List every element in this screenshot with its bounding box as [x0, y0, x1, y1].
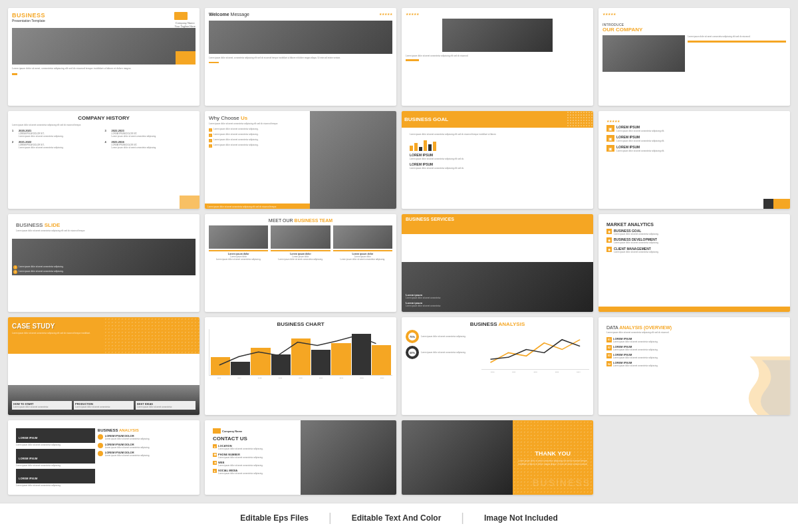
slide-7-header: BUSINESS GOAL [402, 111, 593, 128]
slide-11-header: BUSINESS SERVICES [402, 214, 593, 234]
slide-7[interactable]: BUSINESS GOAL Lorem ipsum dolor sit amet… [402, 111, 593, 209]
hist-content-4: 2023-2024 LOREM IPSUM DOLOR SIT- Lorem i… [112, 140, 157, 149]
slide-15-left: 75% Lorem ipsum dolor sit amet consectet… [406, 330, 479, 373]
phone-icon: ☎ [213, 453, 217, 456]
slide-6[interactable]: Why Choose Us Lorem ipsum dolor sit amet… [205, 111, 396, 209]
slide-6-highlight: Us [241, 115, 247, 121]
da-item-3: 03 LOREM IPSUM Lorem ipsum dolor sit ame… [606, 353, 709, 359]
slide-6-check-1: ✓ Lorem ipsum dolor sit amet consectetur… [209, 128, 305, 132]
slide-9-circle-2: 2 [13, 270, 17, 274]
slide-16[interactable]: DATA ANALYSIS (OVERVIEW) Lorem ipsum dol… [598, 317, 790, 415]
hist-num-1: 1 [12, 129, 17, 132]
slide-5[interactable]: COMPANY HISTORY Lorem ipsum dolor sit am… [8, 111, 200, 209]
member-1-bar [209, 250, 268, 251]
footer: Editable Eps Files | Editable Text And C… [0, 503, 798, 532]
slide-8-icon-sym-3: ▣ [608, 146, 612, 151]
slide-9-num-2: 2 Lorem ipsum dolor sit amet consectetur… [13, 270, 194, 274]
slide-12[interactable]: MARKET ANALYTICS ◉ BUSINESS GOAL Lorem i… [598, 214, 790, 312]
contact-item-2: ☎ PHONE NUMBER Lorem ipsum dolor sit ame… [213, 453, 301, 459]
slide-11[interactable]: BUSINESS SERVICES Lorem ipsum Lorem ipsu… [402, 214, 593, 312]
line-label-3: 2022 [533, 371, 537, 373]
slide-7-section-text-1: Lorem ipsum dolor sit amet consectetur a… [410, 158, 585, 160]
step-text-1: Lorem ipsum dolor sit amet consectetur. [13, 406, 70, 408]
slide-14-chart [209, 329, 392, 376]
slide-4-image [602, 35, 685, 72]
hist-num-4: 4 [105, 140, 110, 144]
slide-13-steps: HOW TO START Lorem ipsum dolor sit amet … [12, 401, 196, 410]
bar-3 [419, 147, 422, 151]
da-num-3: 03 [606, 353, 612, 358]
contact-icon-1: ▲ [213, 444, 217, 448]
slide-15[interactable]: BUSINESS ANALYSIS 75% Lorem ipsum dolor … [402, 317, 593, 415]
slide-10[interactable]: MEET OUR BUSINESS TEAM Lorem ipsum dolor… [205, 214, 396, 312]
bar-4 [424, 140, 427, 151]
slide-8-item-2: ▣ LOREM IPSUM Lorem ipsum dolor sit amet… [606, 135, 782, 142]
step-text-3: Lorem ipsum dolor sit amet consectetur. [137, 406, 194, 408]
slide-12-yellow-bottom [598, 307, 790, 312]
slide-10-members: Lorem ipsum dolor Lorem ipsum dolor Lore… [209, 225, 392, 261]
slide-18[interactable]: Company Name CONTACT US ▲ LOCATION Lorem… [205, 420, 396, 495]
slide-6-bottom-text: Lorem ipsum dolor sit amet consectetur a… [207, 205, 277, 208]
ba2-row-header-3: LOREM IPSUM [16, 469, 95, 483]
bar-2 [414, 143, 418, 151]
da-item-text-3: Lorem ipsum dolor sit amet consectetur a… [613, 356, 658, 359]
slide-9-title: BUSINESS SLIDE [16, 222, 192, 228]
location-icon: ▲ [213, 445, 216, 448]
slide-7-chart [410, 138, 585, 151]
slide-14[interactable]: BUSINESS CHART 2016 [205, 317, 396, 415]
bar-1 [410, 146, 413, 151]
slide-3-accent [406, 59, 419, 61]
slide-7-section-text-2: Lorem ipsum dolor sit amet consectetur a… [410, 167, 585, 170]
slide-7-section-title-2: LOREM IPSUM [410, 162, 585, 166]
hist-item-2: 3 2022-2023 LOREM IPSUM DOLOR SIT- Lorem… [105, 129, 196, 138]
slide-12-items: ◉ BUSINESS GOAL Lorem ipsum dolor sit am… [606, 229, 782, 253]
hist-num-3: 2 [12, 140, 17, 144]
check-text-1: Lorem ipsum dolor sit amet consectetur a… [213, 128, 259, 130]
slide-5-yellow [180, 196, 200, 209]
ba2-icon-text-3: Lorem ipsum dolor sit amet consectetur a… [105, 454, 150, 457]
hist-item-3: 2 2021-2022 LOREM IPSUM DOLOR SIT- Lorem… [12, 140, 103, 149]
slide-9[interactable]: BUSINESS SLIDE Lorem ipsum dolor sit ame… [8, 214, 200, 312]
slide-3-stars: ★★★★★ [406, 12, 589, 16]
slide-8[interactable]: ★★★★★ ▣ LOREM IPSUM Lorem ipsum dolor si… [598, 111, 790, 209]
slide-2-image [209, 21, 392, 54]
ba2-row-header-1: LOREM IPSUM [16, 428, 95, 443]
serv-text-2: Lorem ipsum dolor sit amet consectetur. [406, 305, 589, 307]
contact-icon-2: ☎ [213, 453, 217, 457]
slide-3[interactable]: ★★★★★ Lorem ipsum dolor sit amet consect… [402, 8, 593, 106]
slide-7-body: Lorem ipsum dolor sit amet consectetur a… [410, 133, 585, 136]
da-content-3: LOREM IPSUM Lorem ipsum dolor sit amet c… [613, 353, 658, 359]
aitem-icon-2: ◉ [606, 237, 612, 243]
slide-8-items: ▣ LOREM IPSUM Lorem ipsum dolor sit amet… [606, 125, 782, 153]
slide-4-text-col: Lorem ipsum dolor sit amet consectetur a… [688, 35, 786, 72]
ba2-row-content-2: LOREM IPSUM Lorem ipsum dolor sit amet c… [16, 449, 95, 467]
da-item-text-2: Lorem ipsum dolor sit amet consectetur a… [613, 348, 658, 351]
aitem-text-3: Lorem ipsum dolor sit amet consectetur a… [614, 251, 659, 253]
slide-3-image [442, 19, 553, 52]
contact-item-4: ★ SOCIAL MEDIA Lorem ipsum dolor sit ame… [213, 469, 301, 475]
slide-7-section-title-1: LOREM IPSUM [410, 153, 585, 157]
ba2-row-content-1: LOREM IPSUM Lorem ipsum dolor sit amet c… [16, 428, 95, 446]
slide-4-body: Lorem ipsum dolor sit amet consectetur a… [688, 35, 786, 39]
aitem-icon-3: ◉ [606, 247, 612, 252]
step-text-2: Lorem ipsum dolor sit amet consectetur. [75, 406, 132, 408]
ba2-row-text-2: Lorem ipsum dolor sit amet consectetur a… [16, 464, 95, 467]
da-num-4: 04 [606, 361, 612, 366]
da-content-4: LOREM IPSUM Lorem ipsum dolor sit amet c… [613, 361, 658, 367]
slide-2[interactable]: Welcome Message ★★★★★ Lorem ipsum dolor … [205, 8, 396, 106]
member-3: Lorem ipsum dolor Lorem ipsum dolor Lore… [333, 225, 392, 261]
slide-19[interactable]: THANK YOU Lorem ipsum dolor sit amet con… [402, 420, 593, 495]
slide-4[interactable]: ★★★★★ INTRODUCE OUR COMPANY Lorem ipsum … [598, 8, 790, 106]
aitem-sym-1: ◉ [608, 229, 610, 233]
member-2: Lorem ipsum dolor Lorem ipsum dolor Lore… [271, 225, 330, 261]
slide-1[interactable]: BUSINESS Presentation Template Company N… [8, 8, 200, 106]
slide-1-logo-mark [174, 12, 188, 20]
slide-17[interactable]: LOREM IPSUM Lorem ipsum dolor sit amet c… [8, 420, 200, 495]
slide-16-wave [710, 356, 790, 415]
slide-17-icon-items: LOREM IPSUM DOLOR Lorem ipsum dolor sit … [98, 434, 192, 457]
slide-13[interactable]: CASE STUDY Lorem ipsum dolor sit amet co… [8, 317, 200, 415]
label-4: 2019 [279, 377, 283, 379]
slide-16-highlight: ANALYSIS (OVERVIEW) [619, 325, 672, 330]
member-1-text: Lorem ipsum dolor sit amet consectetur a… [209, 258, 268, 261]
ba2-row-text-1: Lorem ipsum dolor sit amet consectetur a… [16, 444, 95, 446]
